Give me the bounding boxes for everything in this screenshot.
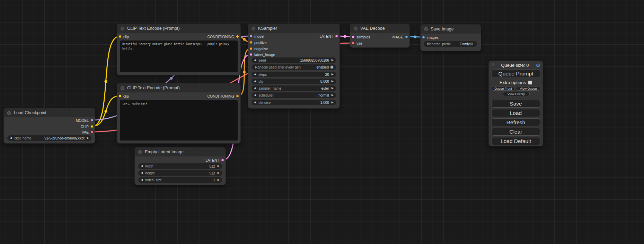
collapse-dot-icon[interactable] [424, 27, 428, 31]
comfy-menu-panel[interactable]: ⠿ Queue size: 0 ⚙ Queue Prompt Extra opt… [488, 61, 543, 146]
widget-value: 512 [209, 164, 215, 168]
node-header[interactable]: Save Image [421, 25, 481, 34]
arrow-left-icon[interactable]: ◀ [254, 92, 256, 98]
arrow-right-icon[interactable]: ▶ [332, 79, 334, 84]
arrow-left-icon[interactable]: ◀ [141, 177, 143, 183]
output-dot-model[interactable] [90, 119, 94, 122]
arrow-right-icon[interactable]: ▶ [332, 92, 334, 98]
widget-width[interactable]: ◀ width 512 ▶ [138, 163, 222, 169]
input-slot-images[interactable]: images [421, 35, 481, 40]
drag-handle-icon[interactable]: ⠿ [491, 63, 494, 67]
output-slot-latent[interactable]: LATENT [248, 34, 339, 39]
arrow-left-icon[interactable]: ◀ [254, 100, 256, 105]
input-dot-vae[interactable] [352, 42, 355, 45]
refresh-button[interactable]: Refresh [492, 118, 540, 126]
widget-denoise[interactable]: ◀ denoise 1.000 ▶ [252, 100, 336, 105]
queue-prompt-button[interactable]: Queue Prompt [492, 70, 540, 78]
load-button[interactable]: Load [492, 109, 540, 117]
widget-sampler-name[interactable]: ◀ sampler_name euler ▶ [252, 85, 336, 91]
node-header[interactable]: VAE Decode [350, 24, 409, 33]
arrow-left-icon[interactable]: ◀ [254, 79, 256, 84]
arrow-left-icon[interactable]: ◀ [141, 170, 143, 176]
save-button[interactable]: Save [492, 100, 540, 108]
output-slot-vae[interactable]: VAE [4, 130, 95, 135]
arrow-right-icon[interactable]: ▶ [218, 170, 220, 176]
widget-batch-size[interactable]: ◀ batch_size 1 ▶ [138, 177, 222, 183]
input-dot-positive[interactable] [249, 41, 253, 44]
collapse-dot-icon[interactable] [252, 27, 255, 30]
collapse-dot-icon[interactable] [7, 111, 11, 115]
output-slot-conditioning[interactable]: CONDITIONING [117, 34, 240, 39]
widget-random-seed[interactable]: Random seed after every gen enabled [252, 64, 336, 70]
arrow-left-icon[interactable]: ◀ [254, 57, 256, 63]
output-dot-vae[interactable] [90, 130, 94, 134]
arrow-right-icon[interactable]: ▶ [332, 72, 334, 77]
output-dot-latent[interactable] [221, 159, 224, 162]
view-history-button[interactable]: View History [503, 92, 530, 96]
output-dot-clip[interactable] [90, 125, 94, 128]
output-slot-latent[interactable]: LATENT [135, 158, 226, 163]
extra-options-checkbox[interactable] [528, 81, 532, 84]
arrow-left-icon[interactable]: ◀ [254, 72, 256, 77]
collapse-dot-icon[interactable] [121, 27, 124, 30]
widget-cfg[interactable]: ◀ cfg 8.000 ▶ [252, 79, 336, 84]
load-default-button[interactable]: Load Default [492, 137, 540, 145]
arrow-right-icon[interactable]: ▶ [332, 85, 334, 91]
node-empty-latent-image[interactable]: Empty Latent Image LATENT ◀ width 512 ▶ … [134, 147, 226, 185]
widget-filename-prefix[interactable]: filename_prefix ComfyUI [424, 41, 477, 47]
node-load-checkpoint[interactable]: Load Checkpoint MODEL CLIP VAE ◀ ckpt_na… [3, 108, 95, 144]
input-dot-images[interactable] [422, 36, 425, 39]
graph-canvas[interactable]: Load Checkpoint MODEL CLIP VAE ◀ ckpt_na… [0, 0, 644, 244]
view-queue-button[interactable]: View Queue [516, 86, 541, 91]
input-slot-negative[interactable]: negative [248, 46, 339, 51]
node-header[interactable]: KSampler [248, 24, 339, 33]
clear-button[interactable]: Clear [492, 128, 540, 136]
positive-prompt-textarea[interactable]: beautiful scenery nature glass bottle la… [120, 40, 238, 72]
settings-gear-icon[interactable]: ⚙ [536, 63, 540, 68]
collapse-dot-icon[interactable] [354, 27, 358, 30]
negative-prompt-textarea[interactable]: text, watermark [120, 100, 238, 141]
random-seed-toggle[interactable] [330, 65, 334, 69]
widget-height[interactable]: ◀ height 512 ▶ [138, 170, 222, 176]
wire-midpoint-dot [170, 77, 173, 80]
input-dot-latent-image[interactable] [249, 53, 253, 56]
arrow-left-icon[interactable]: ◀ [254, 85, 256, 91]
output-dot-image[interactable] [405, 35, 408, 38]
collapse-dot-icon[interactable] [138, 150, 142, 154]
arrow-left-icon[interactable]: ◀ [10, 135, 12, 141]
node-vae-decode[interactable]: VAE Decode samples IMAGE vae [350, 24, 410, 48]
arrow-right-icon[interactable]: ▶ [218, 163, 220, 169]
node-ksampler[interactable]: KSampler model LATENT positive negative … [248, 24, 340, 109]
arrow-left-icon[interactable]: ◀ [141, 163, 143, 169]
input-slot-vae[interactable]: vae [350, 41, 409, 46]
output-dot-latent[interactable] [335, 35, 338, 38]
widget-seed[interactable]: ◀ seed 156680208700286 ▶ [252, 57, 336, 63]
input-dot-negative[interactable] [249, 47, 253, 50]
output-dot-conditioning[interactable] [236, 94, 239, 98]
node-save-image[interactable]: Save Image images filename_prefix ComfyU… [420, 24, 481, 51]
widget-value: ComfyUI [460, 42, 473, 46]
output-slot-clip[interactable]: CLIP [4, 124, 95, 129]
widget-steps[interactable]: ◀ steps 20 ▶ [252, 72, 336, 77]
widget-scheduler[interactable]: ◀ scheduler normal ▶ [252, 92, 336, 98]
arrow-right-icon[interactable]: ▶ [218, 177, 220, 183]
output-slot-model[interactable]: MODEL [4, 118, 95, 123]
node-title: Load Checkpoint [14, 110, 46, 115]
node-clip-text-encode-negative[interactable]: CLIP Text Encode (Prompt) clip CONDITION… [117, 83, 241, 144]
arrow-right-icon[interactable]: ▶ [87, 135, 89, 141]
node-header[interactable]: Load Checkpoint [4, 108, 95, 117]
input-slot-positive[interactable]: positive [248, 40, 339, 45]
queue-front-button[interactable]: Queue Front [492, 86, 515, 91]
node-header[interactable]: CLIP Text Encode (Prompt) [117, 83, 240, 92]
output-slot-conditioning[interactable]: CONDITIONING [117, 94, 240, 99]
arrow-right-icon[interactable]: ▶ [332, 57, 334, 63]
node-header[interactable]: Empty Latent Image [135, 147, 226, 156]
node-header[interactable]: CLIP Text Encode (Prompt) [117, 24, 240, 33]
widget-ckpt-name[interactable]: ◀ ckpt_name v1-5-pruned-emaonly.ckpt ▶ [7, 135, 91, 141]
arrow-right-icon[interactable]: ▶ [332, 100, 334, 105]
collapse-dot-icon[interactable] [121, 86, 124, 90]
node-clip-text-encode-positive[interactable]: CLIP Text Encode (Prompt) clip CONDITION… [117, 24, 241, 75]
output-dot-conditioning[interactable] [236, 35, 239, 38]
input-slot-latent-image[interactable]: latent_image [248, 52, 339, 57]
output-slot-image[interactable]: IMAGE [350, 35, 409, 39]
